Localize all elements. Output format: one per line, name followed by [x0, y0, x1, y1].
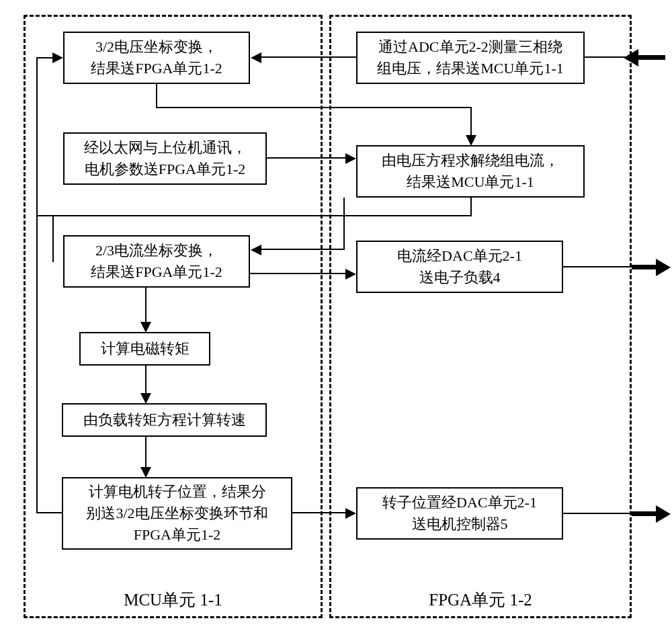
box-adc-measure: 通过ADC单元2-2测量三相绕 组电压，结果送MCU单元1-1 [356, 32, 585, 84]
box-ethernet-comm: 经以太网与上位机通讯， 电机参数送FPGA单元1-2 [63, 132, 267, 185]
box-solve-current: 由电压方程求解绕组电流， 结果送MCU单元1-1 [356, 145, 585, 198]
arrow-a1-b2-v2 [470, 107, 472, 136]
arrow-fb-h1 [36, 512, 62, 513]
arrow-a6-b4 [292, 512, 346, 513]
box-current-dac: 电流经DAC单元2-1 送电子负载4 [356, 241, 563, 293]
box-calc-torque: 计算电磁转矩 [79, 332, 210, 366]
text-line: 送电子负载4 [397, 267, 522, 288]
arrowhead-in-b1 [624, 49, 638, 67]
arrow-out-b4 [632, 511, 657, 516]
arrow-branch-a3-h [36, 215, 54, 216]
arrow-a3-a4 [145, 288, 146, 323]
arrow-ext-b1 [585, 56, 638, 58]
arrowhead-b1-a1 [251, 52, 261, 63]
arrowhead-a2-b2 [345, 153, 356, 164]
text-line: 通过ADC单元2-2测量三相绕 [377, 36, 563, 58]
arrow-fb-v [36, 57, 38, 513]
text-line: 电机参数送FPGA单元1-2 [84, 159, 247, 180]
text-line: 2/3电流坐标变换， [91, 240, 222, 261]
arrowhead-out-b3 [656, 259, 671, 276]
arrowhead-a3-a4 [140, 322, 151, 333]
box-voltage-transform-32: 3/2电压坐标变换， 结果送FPGA单元1-2 [63, 32, 250, 84]
arrow-a2-b2 [267, 157, 346, 159]
text-line: 结果送FPGA单元1-2 [91, 58, 222, 79]
text-line: 送电机控制器5 [382, 513, 537, 535]
text-line: 由负载转矩方程计算转速 [83, 409, 246, 431]
text-line: 组电压，结果送MCU单元1-1 [377, 58, 563, 79]
arrowhead-b2-a3 [251, 245, 261, 255]
arrow-b2-a3-h [52, 215, 472, 216]
arrow-branch-a3-v [52, 215, 54, 262]
arrowhead-a4-a5 [140, 393, 151, 404]
arrow-b2-a3-v3 [343, 198, 345, 250]
text-line: 结果送FPGA单元1-2 [91, 261, 222, 283]
box-rotor-dac: 转子位置经DAC单元2-1 送电机控制器5 [356, 487, 563, 540]
box-calc-rotor-pos: 计算电机转子位置，结果分 别送3/2电压坐标变换环节和 FPGA单元1-2 [62, 477, 292, 550]
arrowhead-a3-b3 [345, 269, 356, 280]
arrow-a5-a6 [145, 437, 146, 468]
text-line: FPGA单元1-2 [86, 524, 267, 546]
arrow-b3-ext [563, 266, 634, 267]
arrow-a1-b2-v [156, 84, 157, 108]
arrow-b1-a1 [261, 56, 356, 58]
text-line: 计算电磁转矩 [101, 338, 190, 360]
text-line: 计算电机转子位置，结果分 [86, 481, 267, 503]
text-line: 经以太网与上位机通讯， [84, 137, 247, 159]
arrow-a4-a5 [145, 366, 146, 394]
arrowhead-a5-a6 [140, 467, 151, 478]
text-line: 电流经DAC单元2-1 [397, 245, 522, 267]
arrow-a1-b2-h [156, 107, 472, 108]
arrowhead-out-b4 [656, 505, 671, 523]
box-calc-speed: 由负载转矩方程计算转速 [62, 403, 267, 437]
arrowhead-a6-b4 [345, 508, 356, 519]
text-line: 3/2电压坐标变换， [91, 36, 222, 58]
fpga-label: FPGA单元 1-2 [331, 589, 630, 611]
text-line: 结果送MCU单元1-1 [382, 171, 559, 193]
box-current-transform-23: 2/3电流坐标变换， 结果送FPGA单元1-2 [63, 235, 250, 288]
arrow-b2-a3-v [470, 198, 472, 216]
text-line: 由电压方程求解绕组电流， [382, 150, 559, 171]
arrow-fb-h2 [36, 57, 53, 58]
arrow-a3-b3 [250, 273, 346, 274]
arrowhead-fb [52, 52, 63, 63]
mcu-label: MCU单元 1-1 [26, 589, 321, 611]
arrowhead-a1-b2 [466, 135, 476, 146]
arrow-b2-a3-h2 [261, 249, 345, 250]
arrow-in-b1 [637, 55, 665, 60]
arrow-out-b3 [632, 265, 657, 269]
text-line: 别送3/2电压坐标变换环节和 [86, 503, 267, 524]
arrow-b4-ext [563, 513, 634, 514]
text-line: 转子位置经DAC单元2-1 [382, 492, 537, 513]
